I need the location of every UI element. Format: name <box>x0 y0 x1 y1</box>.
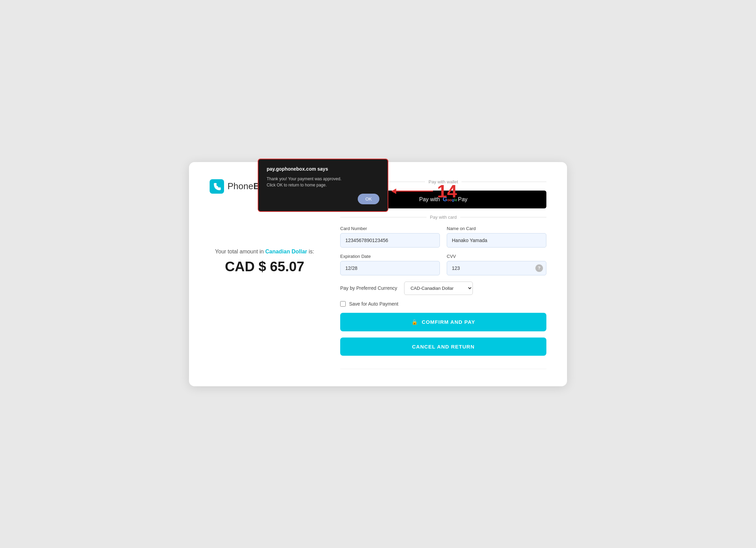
currency-row: Pay by Preferred Currency CAD-Canadian D… <box>340 282 546 295</box>
name-on-card-label: Name on Card <box>447 226 546 231</box>
cancel-return-button[interactable]: CANCEL AND RETURN <box>340 338 546 356</box>
currency-row-label: Pay by Preferred Currency <box>340 285 397 291</box>
lock-icon: 🔒 <box>411 319 418 325</box>
annotation-number: 14 <box>437 181 457 202</box>
cvv-help-icon[interactable]: ? <box>535 264 543 272</box>
annotation-14: 14 <box>392 181 457 202</box>
gpay-pay-label: Pay <box>458 196 468 203</box>
cvv-group: CVV ? <box>447 254 546 275</box>
expiry-input[interactable] <box>340 261 440 275</box>
currency-name-text: Canadian Dollar <box>265 249 307 254</box>
card-number-group: Card Number <box>340 226 440 248</box>
cvv-label: CVV <box>447 254 546 259</box>
amount-value: CAD $ 65.07 <box>210 259 320 274</box>
confirm-pay-label: COMFIRM AND PAY <box>422 319 475 325</box>
confirm-pay-button[interactable]: 🔒 COMFIRM AND PAY <box>340 313 546 331</box>
cvv-wrapper: ? <box>447 261 546 275</box>
amount-label-prefix: Your total amount in <box>215 249 265 254</box>
card-number-input[interactable] <box>340 233 440 248</box>
phonebox-logo-icon <box>210 179 224 194</box>
currency-select[interactable]: CAD-Canadian Dollar <box>404 282 473 295</box>
dialog-title: pay.gophonebox.com says <box>267 166 379 172</box>
amount-label: Your total amount in Canadian Dollar is: <box>210 249 320 255</box>
amount-section: Your total amount in Canadian Dollar is:… <box>210 249 320 274</box>
auto-payment-row: Save for Auto Payment <box>340 301 546 307</box>
auto-payment-label: Save for Auto Payment <box>349 301 398 307</box>
card-name-row: Card Number Name on Card <box>340 226 546 248</box>
expiry-group: Expiration Date <box>340 254 440 275</box>
dialog-message-line1: Thank you! Your payment was approved. <box>267 176 341 181</box>
expiry-cvv-row: Expiration Date CVV ? <box>340 254 546 275</box>
dialog-ok-button[interactable]: OK <box>358 194 379 204</box>
card-divider: Pay with card <box>340 215 546 220</box>
logo-phone: Phone <box>227 181 253 191</box>
bottom-divider <box>340 369 546 369</box>
auto-payment-checkbox[interactable] <box>340 301 346 307</box>
name-on-card-input[interactable] <box>447 233 546 248</box>
dialog-message-line2: Click OK to return to home page. <box>267 183 327 187</box>
name-on-card-group: Name on Card <box>447 226 546 248</box>
expiry-label: Expiration Date <box>340 254 440 259</box>
dialog-message: Thank you! Your payment was approved. Cl… <box>267 176 379 188</box>
amount-label-suffix: is: <box>307 249 314 254</box>
card-number-label: Card Number <box>340 226 440 231</box>
cvv-input[interactable] <box>447 261 546 275</box>
browser-dialog: pay.gophonebox.com says Thank you! Your … <box>258 159 388 212</box>
arrow-icon <box>392 191 433 192</box>
